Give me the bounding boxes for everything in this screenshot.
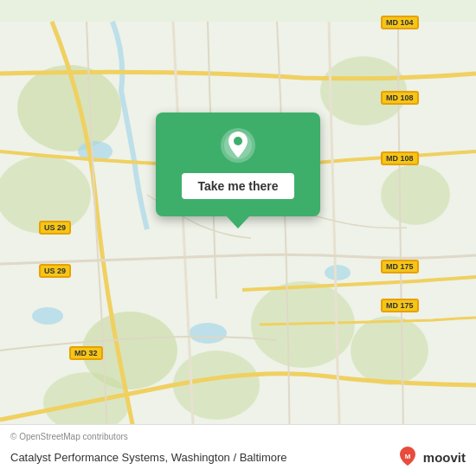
svg-point-8	[351, 316, 428, 385]
svg-point-7	[173, 351, 260, 420]
moovit-logo: M moovit	[396, 445, 466, 469]
location-row: Catalyst Performance Systems, Washington…	[10, 445, 466, 469]
road-sign-us29-1: US 29	[39, 221, 71, 235]
location-name: Catalyst Performance Systems, Washington…	[10, 451, 396, 464]
moovit-icon: M	[396, 445, 420, 469]
svg-point-4	[381, 164, 450, 225]
take-me-there-button[interactable]: Take me there	[182, 173, 293, 199]
road-sign-md175-2: MD 175	[381, 299, 419, 312]
svg-point-13	[325, 265, 351, 280]
road-sign-us29-2: US 29	[39, 264, 71, 278]
svg-point-16	[234, 137, 242, 145]
map-container: MD 104MD 108MD 108MD 175MD 175US 29US 29…	[0, 0, 476, 476]
svg-point-12	[189, 323, 227, 344]
road-sign-md32: MD 32	[69, 346, 103, 360]
road-sign-md108-2: MD 108	[381, 151, 419, 165]
popup-card: Take me there	[156, 113, 320, 216]
map-background	[0, 0, 476, 476]
road-sign-md104-1: MD 104	[381, 16, 419, 29]
svg-point-11	[32, 307, 63, 325]
location-pin-icon	[219, 126, 257, 164]
road-sign-md108-1: MD 108	[381, 91, 419, 105]
svg-text:M: M	[404, 453, 410, 460]
map-attribution: © OpenStreetMap contributors	[10, 432, 466, 441]
moovit-brand-text: moovit	[423, 450, 466, 465]
svg-point-1	[17, 65, 121, 151]
bottom-bar: © OpenStreetMap contributors Catalyst Pe…	[0, 424, 476, 476]
road-sign-md175-1: MD 175	[381, 260, 419, 273]
